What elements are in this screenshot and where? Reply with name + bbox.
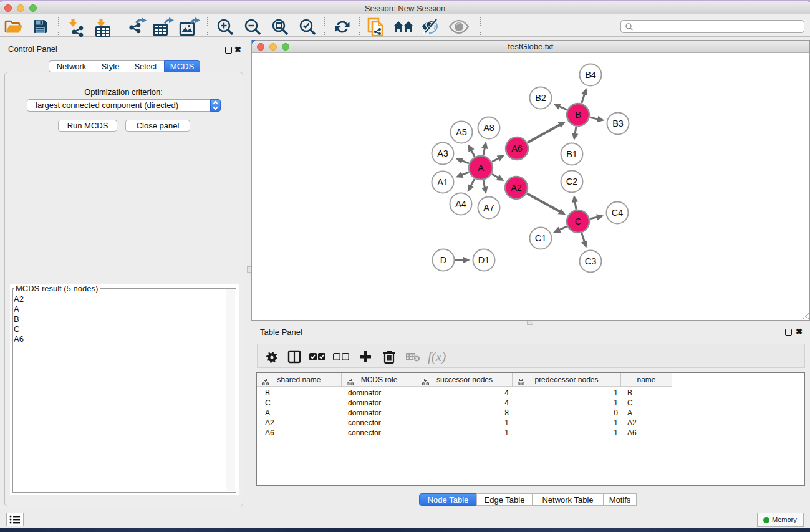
svg-text:B2: B2: [535, 93, 546, 103]
svg-text:A1: A1: [437, 177, 448, 187]
svg-text:A3: A3: [437, 148, 448, 158]
svg-text:A: A: [478, 163, 484, 173]
svg-text:C3: C3: [585, 256, 597, 266]
svg-text:A5: A5: [456, 127, 467, 137]
svg-text:D: D: [440, 255, 446, 265]
svg-text:B1: B1: [566, 149, 577, 159]
svg-text:B4: B4: [585, 70, 596, 80]
svg-text:C: C: [575, 216, 581, 226]
svg-text:C1: C1: [535, 233, 547, 243]
svg-text:A7: A7: [483, 203, 494, 213]
svg-text:A2: A2: [511, 183, 522, 193]
svg-text:C2: C2: [566, 177, 578, 186]
svg-text:A8: A8: [483, 123, 494, 133]
svg-text:B3: B3: [612, 118, 624, 128]
svg-text:B: B: [575, 110, 581, 120]
svg-text:A4: A4: [455, 199, 466, 209]
svg-text:A6: A6: [511, 143, 523, 153]
svg-text:C4: C4: [612, 208, 624, 218]
svg-text:D1: D1: [478, 255, 490, 265]
